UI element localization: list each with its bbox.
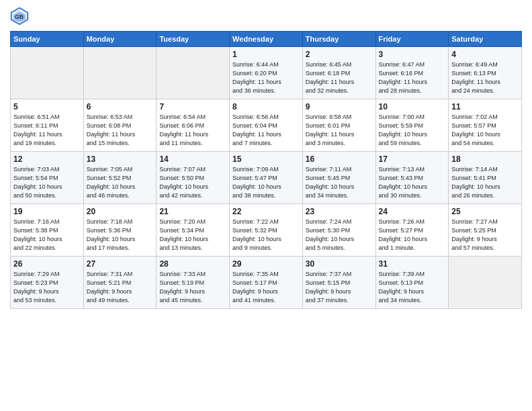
day-info: Sunrise: 7:13 AM Sunset: 5:43 PM Dayligh… — [379, 165, 446, 200]
day-info: Sunrise: 7:29 AM Sunset: 5:23 PM Dayligh… — [13, 270, 81, 305]
day-info: Sunrise: 7:35 AM Sunset: 5:17 PM Dayligh… — [232, 270, 300, 305]
day-info: Sunrise: 7:31 AM Sunset: 5:21 PM Dayligh… — [87, 270, 154, 305]
calendar-day-cell: 13Sunrise: 7:05 AM Sunset: 5:52 PM Dayli… — [83, 152, 157, 204]
day-number: 20 — [87, 207, 154, 216]
day-number: 15 — [232, 154, 300, 164]
day-number: 13 — [87, 154, 154, 164]
header: GB — [10, 7, 522, 26]
day-info: Sunrise: 6:51 AM Sunset: 6:11 PM Dayligh… — [13, 113, 81, 148]
calendar-day-cell — [449, 257, 522, 309]
calendar-header-cell: Tuesday — [157, 32, 230, 47]
calendar-day-cell: 22Sunrise: 7:22 AM Sunset: 5:32 PM Dayli… — [230, 204, 303, 257]
day-number: 11 — [451, 102, 519, 111]
calendar-day-cell: 26Sunrise: 7:29 AM Sunset: 5:23 PM Dayli… — [11, 257, 84, 309]
calendar-day-cell: 4Sunrise: 6:49 AM Sunset: 6:13 PM Daylig… — [449, 47, 522, 99]
day-number: 27 — [87, 259, 154, 269]
day-info: Sunrise: 7:05 AM Sunset: 5:52 PM Dayligh… — [87, 165, 154, 200]
day-info: Sunrise: 7:07 AM Sunset: 5:50 PM Dayligh… — [159, 165, 226, 200]
calendar-day-cell: 17Sunrise: 7:13 AM Sunset: 5:43 PM Dayli… — [375, 152, 449, 204]
day-info: Sunrise: 7:33 AM Sunset: 5:19 PM Dayligh… — [159, 270, 226, 305]
day-number: 23 — [306, 207, 373, 216]
calendar-day-cell: 2Sunrise: 6:45 AM Sunset: 6:18 PM Daylig… — [302, 47, 375, 99]
calendar-body: 1Sunrise: 6:44 AM Sunset: 6:20 PM Daylig… — [11, 47, 522, 309]
day-info: Sunrise: 7:37 AM Sunset: 5:15 PM Dayligh… — [306, 270, 373, 305]
day-info: Sunrise: 7:02 AM Sunset: 5:57 PM Dayligh… — [451, 113, 519, 148]
day-number: 30 — [306, 259, 373, 269]
calendar-day-cell: 20Sunrise: 7:18 AM Sunset: 5:36 PM Dayli… — [83, 204, 157, 257]
calendar-day-cell: 11Sunrise: 7:02 AM Sunset: 5:57 PM Dayli… — [449, 99, 522, 152]
calendar-day-cell: 9Sunrise: 6:58 AM Sunset: 6:01 PM Daylig… — [302, 99, 375, 152]
calendar-day-cell: 21Sunrise: 7:20 AM Sunset: 5:34 PM Dayli… — [157, 204, 230, 257]
calendar-day-cell: 16Sunrise: 7:11 AM Sunset: 5:45 PM Dayli… — [302, 152, 375, 204]
day-number: 17 — [379, 154, 446, 164]
day-info: Sunrise: 7:22 AM Sunset: 5:32 PM Dayligh… — [232, 218, 300, 253]
calendar-day-cell: 30Sunrise: 7:37 AM Sunset: 5:15 PM Dayli… — [302, 257, 375, 309]
day-info: Sunrise: 7:14 AM Sunset: 5:41 PM Dayligh… — [451, 165, 519, 200]
calendar-table: SundayMondayTuesdayWednesdayThursdayFrid… — [10, 31, 522, 309]
day-info: Sunrise: 6:53 AM Sunset: 6:08 PM Dayligh… — [87, 113, 154, 148]
calendar-day-cell: 1Sunrise: 6:44 AM Sunset: 6:20 PM Daylig… — [230, 47, 303, 99]
calendar-day-cell: 28Sunrise: 7:33 AM Sunset: 5:19 PM Dayli… — [157, 257, 230, 309]
calendar-header-cell: Saturday — [449, 32, 522, 47]
day-number: 8 — [232, 102, 300, 111]
day-info: Sunrise: 7:39 AM Sunset: 5:13 PM Dayligh… — [379, 270, 446, 305]
day-info: Sunrise: 6:47 AM Sunset: 6:16 PM Dayligh… — [379, 60, 446, 95]
day-number: 29 — [232, 259, 300, 269]
calendar-day-cell: 8Sunrise: 6:56 AM Sunset: 6:04 PM Daylig… — [230, 99, 303, 152]
day-number: 10 — [379, 102, 446, 111]
calendar-day-cell: 3Sunrise: 6:47 AM Sunset: 6:16 PM Daylig… — [375, 47, 449, 99]
day-info: Sunrise: 7:16 AM Sunset: 5:38 PM Dayligh… — [13, 218, 81, 253]
day-number: 6 — [87, 102, 154, 111]
day-info: Sunrise: 7:00 AM Sunset: 5:59 PM Dayligh… — [379, 113, 446, 148]
day-number: 24 — [379, 207, 446, 216]
calendar-week-row: 19Sunrise: 7:16 AM Sunset: 5:38 PM Dayli… — [11, 204, 522, 257]
day-number: 3 — [379, 50, 446, 59]
calendar-header-cell: Sunday — [11, 32, 84, 47]
calendar-day-cell — [83, 47, 157, 99]
calendar-header-cell: Wednesday — [230, 32, 303, 47]
calendar-day-cell: 7Sunrise: 6:54 AM Sunset: 6:06 PM Daylig… — [157, 99, 230, 152]
calendar-week-row: 12Sunrise: 7:03 AM Sunset: 5:54 PM Dayli… — [11, 152, 522, 204]
svg-text:GB: GB — [15, 13, 24, 20]
day-number: 14 — [159, 154, 226, 164]
day-number: 21 — [159, 207, 226, 216]
calendar-day-cell: 15Sunrise: 7:09 AM Sunset: 5:47 PM Dayli… — [230, 152, 303, 204]
day-number: 25 — [451, 207, 519, 216]
day-info: Sunrise: 7:24 AM Sunset: 5:30 PM Dayligh… — [306, 218, 373, 253]
day-number: 12 — [13, 154, 81, 164]
day-number: 2 — [306, 50, 373, 59]
calendar-week-row: 1Sunrise: 6:44 AM Sunset: 6:20 PM Daylig… — [11, 47, 522, 99]
calendar-day-cell: 29Sunrise: 7:35 AM Sunset: 5:17 PM Dayli… — [230, 257, 303, 309]
calendar-header-cell: Friday — [375, 32, 449, 47]
calendar-week-row: 5Sunrise: 6:51 AM Sunset: 6:11 PM Daylig… — [11, 99, 522, 152]
day-number: 22 — [232, 207, 300, 216]
day-info: Sunrise: 6:56 AM Sunset: 6:04 PM Dayligh… — [232, 113, 300, 148]
day-number: 9 — [306, 102, 373, 111]
day-info: Sunrise: 7:11 AM Sunset: 5:45 PM Dayligh… — [306, 165, 373, 200]
calendar-day-cell: 27Sunrise: 7:31 AM Sunset: 5:21 PM Dayli… — [83, 257, 157, 309]
day-info: Sunrise: 6:58 AM Sunset: 6:01 PM Dayligh… — [306, 113, 373, 148]
calendar-day-cell: 18Sunrise: 7:14 AM Sunset: 5:41 PM Dayli… — [449, 152, 522, 204]
calendar-day-cell — [11, 47, 84, 99]
calendar-day-cell: 12Sunrise: 7:03 AM Sunset: 5:54 PM Dayli… — [11, 152, 84, 204]
calendar-day-cell: 14Sunrise: 7:07 AM Sunset: 5:50 PM Dayli… — [157, 152, 230, 204]
day-info: Sunrise: 6:45 AM Sunset: 6:18 PM Dayligh… — [306, 60, 373, 95]
day-number: 18 — [451, 154, 519, 164]
day-number: 16 — [306, 154, 373, 164]
day-info: Sunrise: 7:18 AM Sunset: 5:36 PM Dayligh… — [87, 218, 154, 253]
day-info: Sunrise: 7:27 AM Sunset: 5:25 PM Dayligh… — [451, 218, 519, 253]
calendar-header-cell: Monday — [83, 32, 157, 47]
calendar-day-cell: 6Sunrise: 6:53 AM Sunset: 6:08 PM Daylig… — [83, 99, 157, 152]
calendar-day-cell: 24Sunrise: 7:26 AM Sunset: 5:27 PM Dayli… — [375, 204, 449, 257]
day-info: Sunrise: 6:54 AM Sunset: 6:06 PM Dayligh… — [159, 113, 226, 148]
day-info: Sunrise: 7:09 AM Sunset: 5:47 PM Dayligh… — [232, 165, 300, 200]
calendar-day-cell: 31Sunrise: 7:39 AM Sunset: 5:13 PM Dayli… — [375, 257, 449, 309]
day-number: 5 — [13, 102, 81, 111]
calendar-week-row: 26Sunrise: 7:29 AM Sunset: 5:23 PM Dayli… — [11, 257, 522, 309]
day-info: Sunrise: 7:26 AM Sunset: 5:27 PM Dayligh… — [379, 218, 446, 253]
calendar-day-cell: 25Sunrise: 7:27 AM Sunset: 5:25 PM Dayli… — [449, 204, 522, 257]
day-info: Sunrise: 7:20 AM Sunset: 5:34 PM Dayligh… — [159, 218, 226, 253]
logo: GB — [10, 7, 32, 26]
day-number: 31 — [379, 259, 446, 269]
page-container: GB SundayMondayTuesdayWednesdayThursdayF… — [0, 0, 532, 312]
